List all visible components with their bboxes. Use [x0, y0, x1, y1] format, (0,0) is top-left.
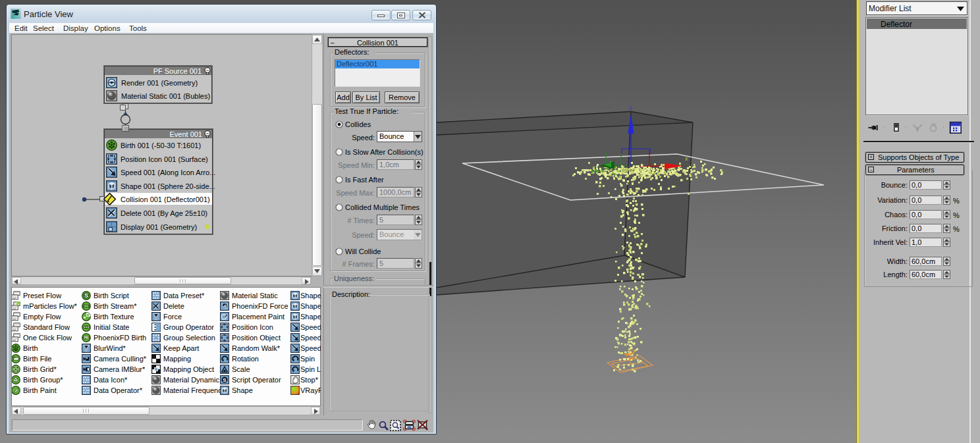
svg-text:x: x [685, 155, 688, 162]
svg-text:z: z [629, 105, 632, 111]
